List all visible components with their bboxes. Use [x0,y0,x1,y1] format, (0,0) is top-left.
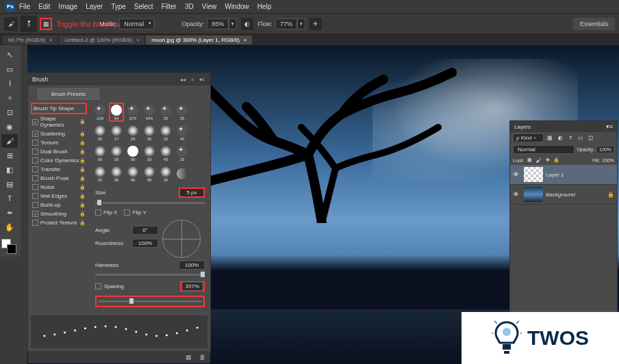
layer-row[interactable]: 👁 Layer 1 [510,165,617,185]
noise-option[interactable]: Noise🔒 [31,183,87,192]
lock-icon[interactable]: 🔒 [79,220,86,226]
close-icon[interactable]: × [188,75,197,83]
lock-icon[interactable]: 🔒 [79,140,86,146]
brush-pose-option[interactable]: Brush Pose🔒 [31,174,87,183]
build-up-option[interactable]: Build-up🔒 [31,200,87,209]
layer-row[interactable]: 👁 Background 🔒 [510,185,617,205]
layer-thumbnail[interactable] [524,187,543,202]
dual-brush-option[interactable]: Dual Brush🔒 [31,147,87,156]
close-icon[interactable]: × [244,38,247,42]
brush-tip[interactable]: 25 [109,144,124,163]
texture-option[interactable]: Texture🔒 [31,138,87,147]
opacity-slider-toggle[interactable]: ▾ [229,18,237,29]
flow-slider-toggle[interactable]: ▾ [297,18,305,29]
lock-icon[interactable]: 🔒 [79,119,86,125]
lock-icon[interactable]: 🔒 [79,149,86,155]
close-icon[interactable]: × [136,38,139,42]
brush-tip-shape-option[interactable]: Brush Tip Shape [31,103,87,114]
brush-tip[interactable]: 56 [92,123,108,142]
crop-tool[interactable]: ⊡ [1,105,18,119]
menu-edit[interactable]: Edit [38,3,50,10]
menu-file[interactable]: File [19,3,30,10]
brush-tip[interactable]: 20 [92,164,108,183]
angle-value[interactable]: 0° [132,226,158,235]
stamp-tool[interactable]: ⊞ [1,148,18,162]
brush-preset-picker[interactable]: 5 [21,16,37,32]
flip-y-checkbox[interactable]: Flip Y [124,209,146,216]
brush-presets-button[interactable]: Brush Presets [38,88,99,100]
menu-view[interactable]: View [202,3,217,10]
opacity-value[interactable]: 85% [207,18,229,29]
brush-tip[interactable]: 60 [92,144,108,163]
spacing-value[interactable]: 357% [182,282,203,291]
hardness-slider[interactable] [95,274,205,276]
shape-filter-icon[interactable]: ▭ [577,134,585,142]
brush-tip[interactable]: 43 [158,144,173,163]
filter-kind-dropdown[interactable]: ρ Kind ÷ [513,133,544,142]
visibility-icon[interactable]: 👁 [513,171,521,178]
background-swatch[interactable] [7,244,16,254]
airbrush-icon[interactable]: ✈ [310,18,322,30]
brush-tool[interactable]: 🖌 [1,134,18,148]
brush-tip[interactable]: 36 [109,164,124,183]
doc-tab-1[interactable]: 66.7% (RGB/8)× [3,36,58,44]
layer-name[interactable]: Background [546,192,575,198]
brush-tip[interactable]: 640 [142,103,157,122]
doc-tab-2[interactable]: Untitled-2 @ 100% (RGB/8)× [59,36,144,44]
adjustment-filter-icon[interactable]: ◐ [556,134,564,142]
brush-tip[interactable]: 23 [175,144,190,163]
protect-texture-option[interactable]: Protect Texture🔒 [31,218,87,227]
lock-transparent-icon[interactable]: ▦ [527,157,533,164]
smart-filter-icon[interactable]: ◫ [587,134,595,142]
menu-layer[interactable]: Layer [86,3,103,10]
type-filter-icon[interactable]: T [566,134,574,142]
brush-tip[interactable]: 20 [158,164,173,183]
menu-icon[interactable]: ▾≡ [606,123,613,130]
lock-icon[interactable]: 🔒 [79,131,86,137]
brush-panel-toggle[interactable]: ▦ [40,18,52,30]
lock-icon[interactable]: 🔒 [79,167,86,172]
scattering-option[interactable]: Scattering🔒 [31,129,87,138]
layer-thumbnail[interactable] [524,167,543,182]
type-tool[interactable]: T [1,192,18,205]
spacing-slider[interactable] [99,300,201,302]
angle-roundness-widget[interactable] [162,220,201,258]
brush-tip[interactable]: 32 [142,123,157,142]
fill-value[interactable]: 100% [602,158,614,163]
menu-filter[interactable]: Filter [162,3,177,10]
wet-edges-option[interactable]: Wet Edges🔒 [31,192,87,200]
new-preset-icon[interactable]: ▦ [183,352,194,362]
brush-tip[interactable]: 36 [125,144,140,163]
collapse-icon[interactable]: ◂◂ [179,75,187,83]
lock-icon[interactable]: 🔒 [79,211,86,217]
menu-icon[interactable]: ▾≡ [198,75,206,83]
menu-help[interactable]: Help [257,3,272,10]
pixel-filter-icon[interactable]: ▦ [546,134,554,142]
lock-pixels-icon[interactable]: 🖌 [535,157,542,164]
roundness-value[interactable]: 100% [132,239,158,248]
eyedropper-tool[interactable]: ◉ [1,120,18,133]
brush-tip[interactable]: 100 [92,103,108,122]
spacing-checkbox[interactable] [95,283,101,289]
wand-tool[interactable]: ✧ [1,91,18,105]
brush-tip[interactable]: 25 [158,103,173,122]
visibility-icon[interactable]: 👁 [513,191,521,198]
brush-tip[interactable]: 40 [175,123,190,142]
menu-3d[interactable]: 3D [185,3,194,10]
close-icon[interactable]: × [49,38,52,42]
brush-tip[interactable]: 23 [125,123,140,142]
lock-icon[interactable]: 🔒 [79,194,86,199]
brush-tip[interactable]: 25 [175,103,190,122]
hand-tool[interactable]: ✋ [1,220,18,234]
size-slider[interactable] [95,202,205,204]
marquee-tool[interactable]: ▭ [1,62,18,76]
lock-icon[interactable]: 🔒 [79,185,86,190]
brush-tip[interactable]: 36 [125,164,140,183]
brush-tip[interactable] [175,164,190,183]
trash-icon[interactable]: 🗑 [197,352,207,362]
lock-icon[interactable]: 🔒 [79,158,86,164]
menu-image[interactable]: Image [58,3,77,10]
lock-all-icon[interactable]: 🔒 [553,157,560,164]
lock-icon[interactable]: 🔒 [79,203,86,208]
flip-x-checkbox[interactable]: Flip X [95,209,117,216]
